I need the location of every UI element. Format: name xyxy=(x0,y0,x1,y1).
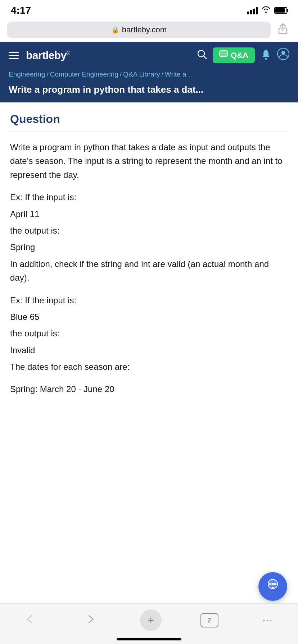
logo-registered: ® xyxy=(67,50,70,56)
forward-icon xyxy=(85,614,96,627)
breadcrumb-computer-engineering[interactable]: Computer Engineering xyxy=(50,70,118,78)
share-icon xyxy=(278,23,288,37)
svg-point-8 xyxy=(269,583,271,585)
breadcrumb-bar: Engineering / Computer Engineering / Q&A… xyxy=(0,69,298,83)
body-paragraph-1: Write a program in python that takes a d… xyxy=(10,141,288,182)
tabs-count: 2 xyxy=(208,617,211,624)
url-bar-container: 🔒 bartleby.com xyxy=(0,19,298,42)
svg-point-9 xyxy=(272,583,274,585)
svg-line-2 xyxy=(204,56,207,59)
nav-left: bartleby® xyxy=(9,49,70,61)
hamburger-menu[interactable] xyxy=(9,52,19,59)
breadcrumb: Engineering / Computer Engineering / Q&A… xyxy=(9,70,289,78)
share-button[interactable] xyxy=(275,22,291,38)
svg-point-4 xyxy=(265,58,267,60)
status-bar: 4:17 xyxy=(0,0,298,19)
content-area: Question Write a program in python that … xyxy=(0,102,298,396)
ex2-output-label: the output is: xyxy=(10,327,288,340)
page-title: Write a program in python that takes a d… xyxy=(9,84,289,95)
breadcrumb-current: Write a ... xyxy=(165,70,194,78)
url-bar[interactable]: 🔒 bartleby.com xyxy=(7,22,271,38)
more-icon: ··· xyxy=(263,615,273,626)
page-title-bar: Write a program in python that takes a d… xyxy=(0,83,298,102)
ex1-output-value: Spring xyxy=(10,240,288,254)
battery-icon xyxy=(274,7,287,14)
signal-icon xyxy=(247,6,258,14)
chat-fab-button[interactable] xyxy=(258,572,287,601)
qa-button[interactable]: Q&A xyxy=(213,47,255,63)
breadcrumb-separator-3: / xyxy=(162,70,163,78)
breadcrumb-separator-1: / xyxy=(46,70,48,78)
ex1-label: Ex: If the input is: xyxy=(10,190,288,204)
ex2-label: Ex: If the input is: xyxy=(10,294,288,307)
back-icon xyxy=(24,614,36,627)
bartleby-logo: bartleby® xyxy=(26,49,70,61)
body-paragraph-2: In addition, check if the string and int… xyxy=(10,257,288,285)
spring-dates: Spring: March 20 - June 20 xyxy=(10,382,288,396)
plus-icon: + xyxy=(148,615,154,626)
svg-rect-3 xyxy=(220,51,227,56)
bell-icon[interactable] xyxy=(261,49,271,63)
svg-point-6 xyxy=(281,51,285,54)
user-icon[interactable] xyxy=(277,48,289,63)
ex2-output-value: Invalid xyxy=(10,344,288,357)
home-indicator xyxy=(117,638,181,640)
tabs-button[interactable]: 2 xyxy=(200,613,218,627)
status-time: 4:17 xyxy=(11,5,31,16)
nav-bar: bartleby® Q&A xyxy=(0,42,298,69)
breadcrumb-qa-library[interactable]: Q&A Library xyxy=(123,70,160,78)
ex1-value: April 11 xyxy=(10,207,288,221)
nav-right: Q&A xyxy=(197,47,289,63)
url-text: bartleby.com xyxy=(122,25,167,34)
ex2-value: Blue 65 xyxy=(10,310,288,324)
question-body: Write a program in python that takes a d… xyxy=(10,141,288,396)
bottom-nav-items: + 2 ··· xyxy=(0,610,298,631)
search-icon[interactable] xyxy=(197,49,207,62)
status-icons xyxy=(247,6,287,15)
breadcrumb-separator-2: / xyxy=(120,70,122,78)
wifi-icon xyxy=(261,6,271,15)
new-tab-button[interactable]: + xyxy=(140,610,162,631)
chat-fab-icon xyxy=(266,578,280,595)
season-dates-label: The dates for each season are: xyxy=(10,360,288,374)
qa-button-label: Q&A xyxy=(231,51,248,60)
question-heading: Question xyxy=(10,112,288,132)
chat-icon xyxy=(219,50,228,60)
breadcrumb-engineering[interactable]: Engineering xyxy=(9,70,45,78)
back-button[interactable] xyxy=(19,611,41,629)
more-button[interactable]: ··· xyxy=(257,611,279,629)
forward-button[interactable] xyxy=(80,611,101,629)
ex1-output-label: the output is: xyxy=(10,224,288,238)
svg-point-10 xyxy=(274,583,276,585)
lock-icon: 🔒 xyxy=(111,26,119,34)
